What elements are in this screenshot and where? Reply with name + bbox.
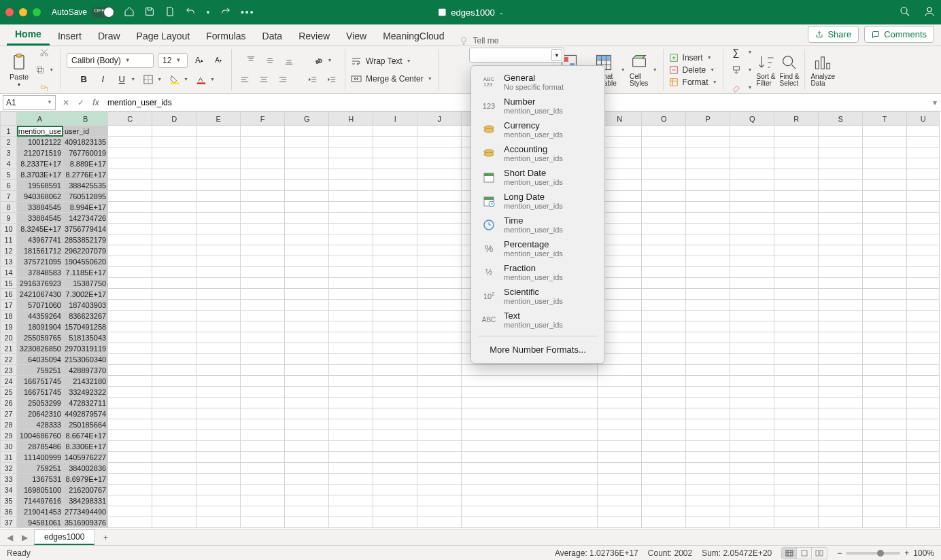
- cell-B5[interactable]: 8.2776E+17: [63, 169, 108, 180]
- cell[interactable]: [642, 267, 686, 278]
- cell[interactable]: [642, 343, 686, 354]
- cell[interactable]: [108, 408, 152, 419]
- row-header-21[interactable]: 21: [1, 343, 17, 354]
- cell[interactable]: [598, 387, 642, 398]
- cell[interactable]: [863, 169, 907, 180]
- cell[interactable]: [417, 387, 462, 398]
- cell[interactable]: [863, 419, 907, 430]
- cell[interactable]: [329, 158, 373, 169]
- cell[interactable]: [819, 463, 863, 474]
- number-format-option-number[interactable]: 123 Numbermention_user_ids: [471, 94, 604, 118]
- cell-B23[interactable]: 428897370: [63, 365, 108, 376]
- copy-button[interactable]: [33, 63, 48, 77]
- cell[interactable]: [285, 506, 329, 517]
- cell[interactable]: [642, 398, 686, 408]
- cell[interactable]: [285, 278, 329, 289]
- cell-A8[interactable]: 33884545: [17, 202, 63, 213]
- page-break-view-button[interactable]: [812, 548, 827, 559]
- cell[interactable]: [241, 321, 285, 332]
- cell[interactable]: [108, 517, 152, 528]
- fill-button[interactable]: [729, 63, 744, 77]
- cell[interactable]: [417, 506, 462, 517]
- caret-icon[interactable]: ▼: [653, 67, 657, 72]
- cell[interactable]: [819, 234, 863, 245]
- cell[interactable]: [196, 180, 241, 191]
- cell[interactable]: [241, 485, 285, 495]
- cell[interactable]: [686, 158, 730, 169]
- cell-B6[interactable]: 388425535: [63, 180, 108, 191]
- column-header-F[interactable]: F: [241, 112, 285, 126]
- cell[interactable]: [152, 147, 196, 158]
- row-header-33[interactable]: 33: [1, 474, 17, 485]
- cell[interactable]: [108, 311, 152, 321]
- cell[interactable]: [329, 224, 373, 234]
- cell[interactable]: [196, 191, 241, 202]
- align-top-button[interactable]: [243, 53, 258, 68]
- cell[interactable]: [907, 180, 940, 191]
- cell[interactable]: [329, 365, 373, 376]
- cell[interactable]: [642, 441, 686, 452]
- cell[interactable]: [152, 398, 196, 408]
- wrap-text-button[interactable]: Wrap Text ▼: [351, 56, 411, 67]
- cell[interactable]: [686, 495, 730, 506]
- cell[interactable]: [642, 147, 686, 158]
- tab-meaningcloud[interactable]: MeaningCloud: [375, 27, 452, 46]
- cell[interactable]: [730, 256, 774, 267]
- cell[interactable]: [329, 267, 373, 278]
- cell[interactable]: [329, 256, 373, 267]
- caret-icon[interactable]: ▼: [182, 77, 190, 82]
- cell[interactable]: [907, 278, 940, 289]
- cell[interactable]: [196, 321, 241, 332]
- cell[interactable]: [686, 376, 730, 387]
- cell[interactable]: [285, 419, 329, 430]
- cell[interactable]: [241, 430, 285, 441]
- cell-B14[interactable]: 7.1185E+17: [63, 267, 108, 278]
- cell[interactable]: [196, 278, 241, 289]
- cell-B19[interactable]: 1570491258: [63, 321, 108, 332]
- cell[interactable]: [152, 441, 196, 452]
- cell[interactable]: [774, 517, 819, 528]
- cell-A10[interactable]: 8.3245E+17: [17, 224, 63, 234]
- cell[interactable]: [774, 419, 819, 430]
- cell-A22[interactable]: 64035094: [17, 354, 63, 365]
- column-header-C[interactable]: C: [108, 112, 152, 126]
- more-commands-icon[interactable]: •••: [241, 7, 255, 18]
- account-icon[interactable]: [923, 5, 936, 20]
- cell[interactable]: [642, 485, 686, 495]
- cell[interactable]: [819, 224, 863, 234]
- cell-A26[interactable]: 25053299: [17, 398, 63, 408]
- cell[interactable]: [417, 278, 462, 289]
- cell[interactable]: [774, 224, 819, 234]
- cell[interactable]: [642, 234, 686, 245]
- cell[interactable]: [907, 332, 940, 343]
- cell[interactable]: [329, 408, 373, 419]
- cell[interactable]: [863, 517, 907, 528]
- cell[interactable]: [863, 311, 907, 321]
- cell-A14[interactable]: 37848583: [17, 267, 63, 278]
- cell[interactable]: [196, 376, 241, 387]
- cell[interactable]: [907, 441, 940, 452]
- column-header-H[interactable]: H: [329, 112, 373, 126]
- cell[interactable]: [863, 191, 907, 202]
- cell[interactable]: [417, 289, 462, 300]
- cell[interactable]: [642, 517, 686, 528]
- cell[interactable]: [863, 376, 907, 387]
- cell[interactable]: [241, 332, 285, 343]
- cell[interactable]: [108, 452, 152, 463]
- cell[interactable]: [819, 289, 863, 300]
- cell[interactable]: [642, 191, 686, 202]
- cell[interactable]: [329, 289, 373, 300]
- font-color-button[interactable]: A: [194, 72, 209, 87]
- cell[interactable]: [863, 354, 907, 365]
- cell[interactable]: [774, 256, 819, 267]
- column-header-I[interactable]: I: [373, 112, 417, 126]
- cell[interactable]: [373, 245, 417, 256]
- cell[interactable]: [108, 278, 152, 289]
- cell[interactable]: [642, 506, 686, 517]
- cell[interactable]: [907, 202, 940, 213]
- cell-B10[interactable]: 3756779414: [63, 224, 108, 234]
- cell-B13[interactable]: 1904550620: [63, 256, 108, 267]
- cell[interactable]: [152, 506, 196, 517]
- cell[interactable]: [417, 126, 462, 137]
- cell-B12[interactable]: 2962207079: [63, 245, 108, 256]
